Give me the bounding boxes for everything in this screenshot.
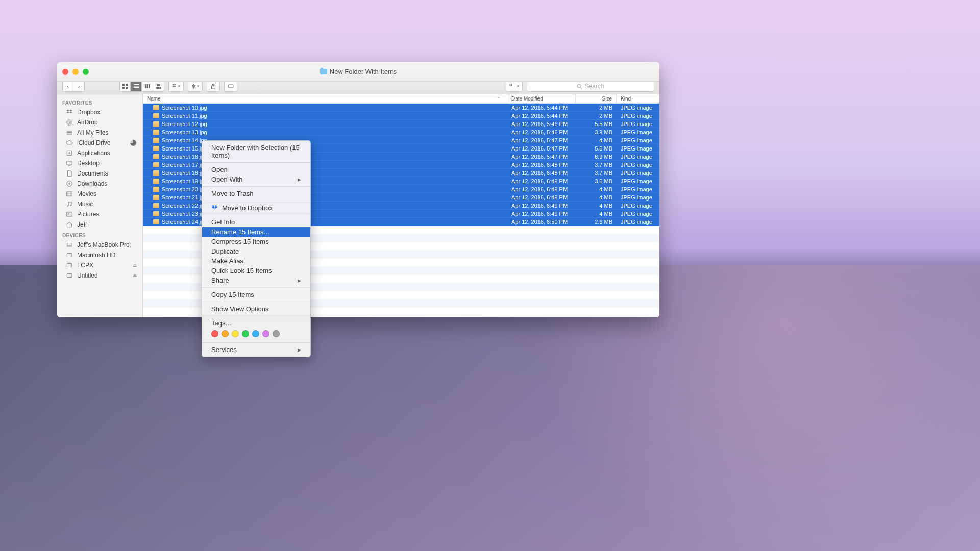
file-size: 4 MB [576,137,617,143]
sidebar-item-icloud-drive[interactable]: iCloud Drive [57,138,142,148]
file-kind: JPEG image [617,105,659,111]
view-list-button[interactable] [131,81,142,92]
sidebar-item-all-my-files[interactable]: All My Files [57,128,142,138]
downloads-icon [65,180,74,187]
sidebar-item-label: Documents [77,170,108,177]
cm-make-alias[interactable]: Make Alias [202,256,310,266]
file-name: Screenshot 16.jpg [162,154,207,160]
file-name: Screenshot 21.jpg [162,194,207,201]
file-size: 3.7 MB [576,170,617,176]
disk-icon [65,272,74,279]
sidebar-item-jeff[interactable]: Jeff [57,219,142,230]
svg-rect-42 [67,274,71,278]
back-button[interactable]: ‹ [62,81,74,92]
sidebar-item-music[interactable]: Music [57,199,142,209]
column-kind[interactable]: Kind [617,94,659,103]
file-name: Screenshot 22.jpg [162,203,207,209]
file-size: 5.6 MB [576,145,617,152]
sidebar-item-desktop[interactable]: Desktop [57,158,142,168]
column-size[interactable]: Size [576,94,617,103]
column-name[interactable]: Name⌃ [143,94,507,103]
file-row[interactable]: Screenshot 10.jpgApr 12, 2016, 5:44 PM2 … [143,104,659,112]
cm-open-with[interactable]: Open With▶ [202,174,310,184]
cm-rename[interactable]: Rename 15 Items… [202,227,310,237]
column-date[interactable]: Date Modified [507,94,576,103]
tag-color-dot[interactable] [252,330,259,337]
svg-rect-5 [134,86,139,87]
file-row[interactable]: Screenshot 11.jpgApr 12, 2016, 5:44 PM2 … [143,112,659,120]
view-coverflow-button[interactable] [153,81,164,92]
cm-move-to-trash[interactable]: Move to Trash [202,189,310,198]
eject-icon[interactable]: ⏏ [133,273,137,278]
sidebar-item-downloads[interactable]: Downloads [57,179,142,189]
sidebar-item-movies[interactable]: Movies [57,189,142,199]
sidebar-item-applications[interactable]: Applications [57,148,142,158]
cm-quick-look[interactable]: Quick Look 15 Items [202,266,310,276]
dropbox-menu-button[interactable]: ▾ [506,81,523,92]
file-kind: JPEG image [617,194,659,201]
file-kind: JPEG image [617,162,659,168]
file-date: Apr 12, 2016, 5:46 PM [507,129,576,135]
file-date: Apr 12, 2016, 6:49 PM [507,211,576,217]
tag-color-dot[interactable] [242,330,249,337]
file-size: 4 MB [576,186,617,192]
svg-rect-24 [67,131,72,132]
jpeg-file-icon [153,187,159,192]
folder-icon [320,69,327,74]
minimize-button[interactable] [72,69,79,75]
share-button[interactable] [207,81,220,92]
allfiles-icon [65,129,74,136]
cm-tags-label: Tags… [202,318,310,328]
sidebar-item-macintosh-hd[interactable]: Macintosh HD [57,250,142,260]
sidebar-item-airdrop[interactable]: AirDrop [57,117,142,128]
view-icons-button[interactable] [119,81,131,92]
sidebar-item-label: AirDrop [77,119,98,126]
search-input[interactable]: Search [527,81,654,92]
file-size: 2 MB [576,113,617,119]
close-button[interactable] [62,69,68,75]
cm-compress[interactable]: Compress 15 Items [202,237,310,246]
cm-get-info[interactable]: Get Info [202,217,310,227]
tag-color-dot[interactable] [232,330,239,337]
tag-color-dot[interactable] [262,330,270,337]
svg-rect-1 [126,84,128,86]
cm-duplicate[interactable]: Duplicate [202,246,310,256]
file-row[interactable]: Screenshot 12.jpgApr 12, 2016, 5:46 PM5.… [143,120,659,128]
action-button[interactable]: ✻ ▾ [188,81,203,92]
eject-icon[interactable]: ⏏ [133,263,137,268]
file-name: Screenshot 11.jpg [162,113,207,119]
view-columns-button[interactable] [142,81,153,92]
cm-show-view-options[interactable]: Show View Options [202,304,310,314]
sidebar-item-label: Jeff's MacBook Pro [77,241,130,248]
cm-share[interactable]: Share▶ [202,276,310,285]
tags-button[interactable] [224,81,237,92]
svg-point-39 [70,256,71,256]
file-date: Apr 12, 2016, 5:47 PM [507,154,576,160]
sidebar-item-jeff-s-macbook-pro[interactable]: Jeff's MacBook Pro [57,240,142,250]
file-kind: JPEG image [617,211,659,217]
tag-color-dot[interactable] [273,330,280,337]
sidebar-item-fcpx[interactable]: FCPX⏏ [57,260,142,270]
zoom-button[interactable] [83,69,89,75]
file-row[interactable]: Screenshot 13.jpgApr 12, 2016, 5:46 PM3.… [143,128,659,136]
file-kind: JPEG image [617,129,659,135]
file-name: Screenshot 15.jpg [162,145,207,152]
titlebar[interactable]: New Folder With Items [57,62,659,82]
file-size: 2 MB [576,105,617,111]
sidebar-item-dropbox[interactable]: Dropbox [57,107,142,117]
arrange-button[interactable]: ▾ [168,81,184,92]
tag-color-dot[interactable] [211,330,218,337]
sidebar-item-untitled[interactable]: Untitled⏏ [57,270,142,281]
svg-point-32 [67,205,68,206]
cm-new-folder-selection[interactable]: New Folder with Selection (15 Items) [202,143,310,160]
cm-copy[interactable]: Copy 15 Items [202,290,310,299]
cm-open[interactable]: Open [202,165,310,174]
tag-color-dot[interactable] [222,330,229,337]
forward-button[interactable]: › [74,81,85,92]
sidebar-item-pictures[interactable]: Pictures [57,209,142,219]
sidebar-item-label: Applications [77,149,110,157]
file-date: Apr 12, 2016, 5:44 PM [507,113,576,119]
sidebar-item-documents[interactable]: Documents [57,168,142,179]
cm-services[interactable]: Services▶ [202,345,310,355]
cm-move-to-dropbox[interactable]: Move to Dropbox [202,203,310,213]
